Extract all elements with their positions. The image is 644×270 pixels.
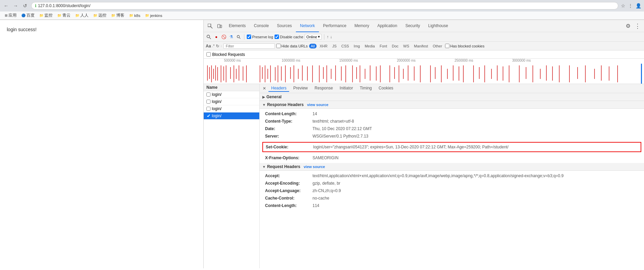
- hp-tab-timing[interactable]: Timing: [357, 85, 375, 92]
- tab-application[interactable]: Application: [373, 20, 401, 32]
- hp-tab-initiator[interactable]: Initiator: [337, 85, 356, 92]
- tab-sources[interactable]: Sources: [273, 20, 296, 32]
- type-filter-css[interactable]: CSS: [340, 44, 351, 48]
- tab-console[interactable]: Console: [250, 20, 273, 32]
- has-blocked-cookies-checkbox[interactable]: Has blocked cookies: [445, 44, 484, 48]
- close-headers-panel-button[interactable]: ✕: [262, 86, 267, 91]
- disable-cache-checkbox[interactable]: Disable cache: [275, 35, 303, 39]
- account-icon[interactable]: 👤: [636, 3, 641, 8]
- type-filter-media[interactable]: Media: [363, 44, 377, 48]
- filter-button[interactable]: ⚗: [228, 34, 234, 40]
- hide-data-urls-checkbox[interactable]: Hide data URLs: [276, 44, 308, 48]
- inspect-element-button[interactable]: [206, 22, 215, 30]
- tab-security[interactable]: Security: [401, 20, 424, 32]
- address-bar[interactable]: ℹ 127.0.0.1:8000/student/login/: [31, 2, 618, 9]
- upload-icon[interactable]: ↑: [327, 35, 329, 39]
- timeline-chart: [204, 64, 644, 84]
- forward-button[interactable]: →: [12, 2, 19, 9]
- svg-rect-53: [394, 67, 395, 79]
- svg-rect-41: [331, 69, 331, 79]
- search-panel-button[interactable]: [206, 34, 212, 40]
- bookmark-renren[interactable]: 📁 人人: [73, 12, 90, 19]
- svg-rect-51: [380, 65, 381, 82]
- menu-icon[interactable]: ⋮: [628, 3, 633, 8]
- record-button[interactable]: ●: [213, 34, 219, 40]
- bookmark-yuankong[interactable]: 📁 远控: [91, 12, 108, 19]
- folder-icon-2: 📁: [57, 14, 61, 17]
- general-section-header[interactable]: ▶ General: [260, 93, 644, 101]
- response-headers-view-source[interactable]: view source: [307, 103, 328, 107]
- apps-icon: ⊞: [5, 14, 7, 17]
- filter-input[interactable]: [223, 43, 275, 49]
- settings-gear-icon[interactable]: ⚙: [624, 21, 632, 30]
- tab-performance[interactable]: Performance: [319, 20, 350, 32]
- svg-rect-34: [298, 69, 299, 79]
- clear-button[interactable]: 🚫: [221, 34, 227, 40]
- bookmark-apps[interactable]: ⊞ 应用: [3, 12, 19, 19]
- device-mode-button[interactable]: [215, 22, 224, 30]
- hp-tab-headers[interactable]: Headers: [268, 85, 289, 92]
- svg-rect-48: [365, 69, 365, 79]
- bookmark-boke[interactable]: 📁 博客: [109, 12, 126, 19]
- refresh-icon[interactable]: ↻: [216, 44, 219, 48]
- svg-rect-59: [430, 65, 431, 82]
- bookmark-jiankong[interactable]: 📁 监控: [37, 12, 55, 19]
- request-row-1[interactable]: login/: [204, 91, 259, 98]
- hp-tab-response[interactable]: Response: [312, 85, 336, 92]
- req-header-accept-language: Accept-Language: zh-CN,zh;q=0.9: [265, 187, 639, 194]
- main-content: Name login/ login/ login/ login/: [204, 84, 644, 268]
- type-filter-manifest[interactable]: Manifest: [412, 44, 430, 48]
- back-button[interactable]: ←: [3, 2, 9, 9]
- req-header-content-length: Content-Length: 114: [265, 202, 639, 209]
- blocked-requests-checkbox[interactable]: [206, 52, 211, 57]
- hp-tab-cookies[interactable]: Cookies: [376, 85, 396, 92]
- regex-button[interactable]: .*: [212, 44, 215, 48]
- type-filter-other[interactable]: Other: [431, 44, 444, 48]
- type-filter-font[interactable]: Font: [378, 44, 389, 48]
- type-filter-img[interactable]: Img: [352, 44, 362, 48]
- header-date: Date: Thu, 10 Dec 2020 07:22:12 GMT: [265, 125, 639, 132]
- type-filter-doc[interactable]: Doc: [390, 44, 400, 48]
- tab-lighthouse[interactable]: Lighthouse: [424, 20, 452, 32]
- request-headers-section-header[interactable]: ▼ Request Headers view source: [260, 163, 644, 171]
- preserve-log-checkbox[interactable]: Preserve log: [247, 35, 273, 39]
- search-button[interactable]: [236, 34, 242, 40]
- bookmark-jenkins[interactable]: 📁 jenkins: [143, 13, 164, 18]
- prev-icon[interactable]: ‹: [221, 44, 222, 48]
- request-headers-view-source[interactable]: view source: [304, 165, 325, 169]
- type-filter-xhr[interactable]: XHR: [318, 44, 329, 48]
- svg-rect-20: [239, 65, 239, 81]
- request-row-4-selected[interactable]: login/: [204, 112, 259, 120]
- star-icon[interactable]: ☆: [621, 3, 625, 8]
- more-options-icon[interactable]: ⋮: [633, 21, 642, 31]
- response-headers-extra-content: X-Frame-Options: SAMEORIGIN: [260, 153, 644, 163]
- svg-rect-11: [213, 69, 214, 79]
- font-size-button[interactable]: Aa: [206, 44, 211, 48]
- row-3-checkbox[interactable]: [206, 107, 210, 111]
- bookmark-qingyun[interactable]: 📁 青云: [55, 12, 73, 19]
- set-cookie-header-name: Set-Cookie:: [266, 144, 313, 150]
- type-filter-js[interactable]: JS: [330, 44, 338, 48]
- reload-button[interactable]: ↺: [22, 2, 28, 9]
- bookmark-k8s[interactable]: 📁 k8s: [127, 13, 142, 18]
- request-row-2[interactable]: login/: [204, 98, 259, 105]
- bookmark-jenkins-label: jenkins: [150, 14, 162, 18]
- hp-tab-preview[interactable]: Preview: [290, 85, 310, 92]
- row-2-checkbox[interactable]: [206, 100, 210, 104]
- svg-rect-42: [335, 65, 336, 81]
- response-headers-section-header[interactable]: ▼ Response Headers view source: [260, 101, 644, 109]
- throttle-dropdown[interactable]: Online ▾: [305, 34, 322, 40]
- svg-rect-73: [519, 65, 520, 82]
- download-icon[interactable]: ↓: [330, 35, 332, 39]
- tab-network[interactable]: Network: [296, 20, 319, 32]
- tab-elements[interactable]: Elements: [225, 20, 250, 32]
- row-4-checkbox[interactable]: [206, 114, 210, 118]
- row-1-checkbox[interactable]: [206, 92, 210, 97]
- tab-memory[interactable]: Memory: [350, 20, 373, 32]
- type-filter-all[interactable]: All: [309, 44, 317, 48]
- bookmark-baidu[interactable]: 🔵 百度: [19, 12, 37, 19]
- type-filter-ws[interactable]: WS: [402, 44, 411, 48]
- row-2-name: login/: [212, 99, 222, 104]
- request-row-3[interactable]: login/: [204, 105, 259, 112]
- headers-panel-topbar: ✕ Headers Preview Response Initiator Tim…: [260, 84, 644, 93]
